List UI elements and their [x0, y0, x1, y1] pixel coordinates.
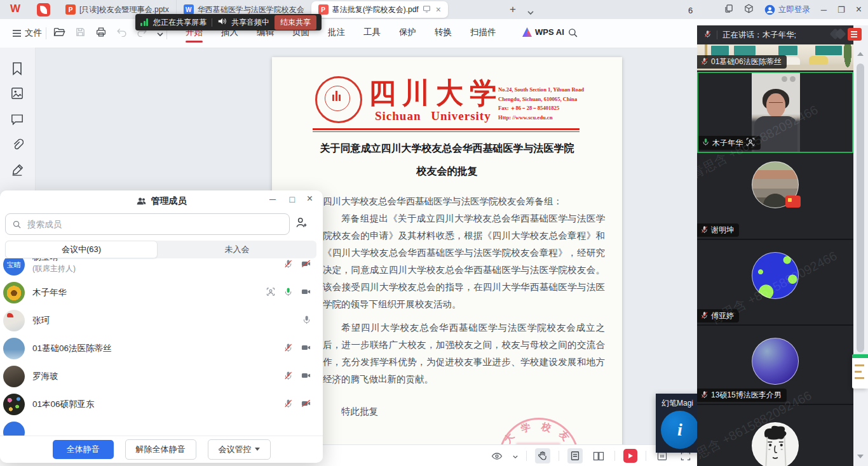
- mic-icon[interactable]: [283, 343, 293, 355]
- dialog-maximize-button[interactable]: □: [290, 195, 295, 204]
- flag-badge: [785, 196, 801, 208]
- ribbon-tab-工具[interactable]: 工具: [363, 25, 381, 43]
- login-button[interactable]: 立即登录: [764, 4, 810, 15]
- bookmark-icon[interactable]: [11, 62, 24, 78]
- scrollbar-thumb[interactable]: [857, 63, 864, 352]
- new-tab-button[interactable]: +: [510, 3, 516, 16]
- unmute-all-button[interactable]: 解除全体静音: [125, 439, 196, 460]
- signature-pen-icon[interactable]: [11, 164, 24, 179]
- tile-name-label: 13硕15博法医李介男: [697, 389, 787, 402]
- sharing-signal-icon: [140, 18, 148, 26]
- attachment-icon[interactable]: [11, 138, 24, 154]
- meeting-controls-button[interactable]: 会议管控: [208, 439, 271, 460]
- camera-icon[interactable]: [301, 287, 311, 299]
- focus-portrait-icon: [745, 137, 756, 149]
- scroll-down-arrow[interactable]: [857, 455, 864, 458]
- camera-icon[interactable]: [301, 371, 311, 383]
- ribbon-tab-保护[interactable]: 保护: [399, 25, 416, 43]
- hamburger-icon: [13, 30, 21, 37]
- copy-window-icon[interactable]: [724, 4, 733, 16]
- add-member-button[interactable]: [295, 216, 308, 232]
- member-row[interactable]: 01本06硕郭亚东: [0, 390, 323, 418]
- audio-share-icon: [217, 17, 226, 28]
- tab-in-meeting[interactable]: 会议中(63): [5, 241, 158, 258]
- video-tile[interactable]: 谢明坤: [697, 153, 853, 240]
- ribbon-tab-扫描件[interactable]: 扫描件: [470, 25, 496, 43]
- play-slideshow-button[interactable]: [623, 449, 637, 463]
- close-button[interactable]: ×: [856, 4, 862, 15]
- video-tile[interactable]: [697, 405, 853, 466]
- read-mode-eye-icon[interactable]: [489, 448, 505, 463]
- two-page-view-icon[interactable]: [591, 448, 606, 463]
- pdf-page[interactable]: 四川大学 Sichuan University No.24, South Sec…: [272, 57, 622, 466]
- hand-tool-icon[interactable]: [535, 448, 550, 463]
- docer-icon[interactable]: [37, 3, 50, 17]
- file-tab[interactable]: P基法批复(学院校友会).pdf×: [311, 1, 448, 18]
- member-row[interactable]: 罗海玻: [0, 363, 323, 390]
- member-row[interactable]: 张珂: [0, 307, 323, 335]
- tab-list-chevron-icon[interactable]: [527, 6, 534, 18]
- camera-icon[interactable]: [301, 343, 311, 355]
- open-folder-icon[interactable]: [53, 27, 65, 40]
- focus-portrait-icon[interactable]: [266, 287, 276, 299]
- member-avatar: [3, 422, 25, 436]
- participant-avatar: [752, 252, 799, 299]
- comment-icon[interactable]: [11, 113, 24, 128]
- university-address: No.24, South Section 1, Yihuan Road Chen…: [498, 85, 613, 122]
- file-tab-title: 基法批复(学院校友会).pdf: [332, 4, 419, 15]
- dialog-titlebar[interactable]: 管理成员 ─ □ ×: [0, 190, 323, 211]
- panel-scrollbar[interactable]: [853, 25, 868, 466]
- member-name: 张珂: [32, 315, 50, 326]
- mute-all-button[interactable]: 全体静音: [53, 440, 114, 459]
- video-tile[interactable]: 01基础06法医陈蒂丝: [697, 44, 853, 72]
- member-filter-tabs: 会议中(63) 未入会: [5, 241, 316, 258]
- muted-mic-icon: [703, 29, 712, 41]
- member-name: 罗海玻: [32, 371, 58, 382]
- mic-icon[interactable]: [283, 259, 293, 271]
- restore-button[interactable]: ❐: [837, 6, 845, 14]
- undo-icon[interactable]: [116, 27, 127, 39]
- video-tile[interactable]: 木子年华: [697, 72, 853, 153]
- dialog-minimize-button[interactable]: ─: [269, 195, 276, 204]
- member-avatar: [3, 366, 25, 387]
- member-row[interactable]: 木子年华: [0, 279, 323, 307]
- scroll-up-arrow[interactable]: [857, 52, 864, 56]
- stop-sharing-button[interactable]: 结束共享: [275, 15, 316, 30]
- camera-icon[interactable]: [301, 259, 311, 271]
- magic-pen-info-button[interactable]: i: [661, 411, 699, 449]
- dialog-footer: 全体静音 解除全体静音 会议管控: [0, 436, 323, 463]
- edge-notification-toast[interactable]: [852, 354, 868, 389]
- video-tile[interactable]: 13硕15博法医李介男: [697, 326, 853, 405]
- member-row[interactable]: [0, 418, 323, 436]
- mic-icon[interactable]: [283, 399, 293, 411]
- mic-icon[interactable]: [283, 287, 293, 299]
- mic-icon[interactable]: [302, 315, 311, 327]
- member-name: 01基础06法医陈蒂丝: [32, 343, 112, 354]
- ribbon-tab-转换[interactable]: 转换: [435, 25, 452, 43]
- camera-icon[interactable]: [301, 399, 311, 411]
- participant-name: 13硕15博法医李介男: [711, 390, 782, 401]
- mic-icon[interactable]: [283, 371, 293, 383]
- video-tile-list: 01基础06法医陈蒂丝木子年华谢明坤傅亚婷13硕15博法医李介男: [697, 44, 853, 466]
- video-tile[interactable]: 傅亚婷: [697, 240, 853, 326]
- close-tab-icon[interactable]: ×: [436, 4, 441, 15]
- wps-ai-button[interactable]: WPS AI: [522, 27, 564, 37]
- tab-not-joined[interactable]: 未入会: [158, 241, 316, 258]
- save-icon[interactable]: [75, 27, 86, 40]
- file-menu-button[interactable]: 文件: [13, 27, 42, 39]
- member-search-input[interactable]: [26, 219, 283, 230]
- member-row[interactable]: 01基础06法医陈蒂丝: [0, 335, 323, 363]
- participant-avatar: [752, 338, 799, 385]
- print-icon[interactable]: [95, 27, 107, 40]
- single-page-view-icon[interactable]: [567, 448, 583, 463]
- skin-cube-icon[interactable]: [744, 4, 754, 16]
- dialog-close-button[interactable]: ×: [307, 194, 313, 204]
- eye-dropdown-chevron-icon[interactable]: [513, 450, 518, 462]
- meeting-app-logo: [831, 30, 844, 38]
- thumbnail-image-icon[interactable]: [11, 87, 24, 102]
- search-icon[interactable]: [567, 27, 578, 41]
- member-row[interactable]: 宝晴杨宝晴(联席主持人): [0, 258, 323, 279]
- wps-logo[interactable]: W: [10, 3, 20, 15]
- ribbon-tab-批注[interactable]: 批注: [328, 25, 345, 43]
- minimize-button[interactable]: ─: [821, 6, 827, 14]
